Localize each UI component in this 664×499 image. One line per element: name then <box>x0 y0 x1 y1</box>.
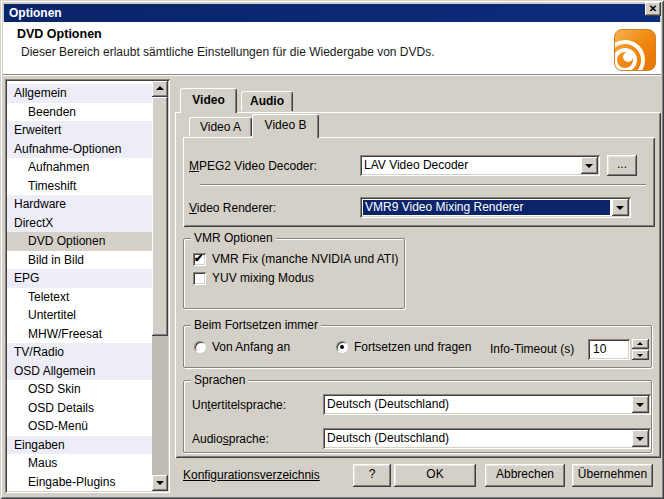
scroll-down-button[interactable] <box>152 475 168 491</box>
yuv-mixing-checkbox[interactable]: ✔ YUV mixing Modus <box>193 271 314 285</box>
subtitle-language-select[interactable]: Deutsch (Deutschland) <box>323 394 651 415</box>
close-icon: ✕ <box>649 3 657 14</box>
sidebar-scrollbar[interactable] <box>152 81 168 491</box>
radio-von-anfang-an[interactable]: Von Anfang an <box>194 340 290 354</box>
vmr-fix-checkbox[interactable]: ✔ VMR Fix (manche NVIDIA und ATI) <box>193 252 399 266</box>
sidebar-item-aufnahmen[interactable]: Aufnahmen <box>7 158 152 177</box>
sidebar-item-label: EPG <box>14 271 39 285</box>
dropdown-arrow-icon <box>585 164 593 168</box>
languages-group: Sprachen Untertitelsprache: Deutsch (Deu… <box>183 380 652 453</box>
subtitle-language-dropdown-button[interactable] <box>632 396 649 413</box>
ok-button[interactable]: OK <box>394 464 476 487</box>
sidebar-item-osd-allgemein[interactable]: OSD Allgemein <box>7 362 152 381</box>
video-renderer-dropdown-button[interactable] <box>612 199 629 216</box>
sidebar-item-directx[interactable]: DirectX <box>7 214 152 233</box>
spin-up-icon <box>637 342 643 345</box>
sidebar-item-maus[interactable]: Maus <box>7 454 152 473</box>
scroll-up-button[interactable] <box>152 81 168 97</box>
sidebar-item-label: Bild in Bild <box>28 253 84 267</box>
apply-button[interactable]: Übernehmen <box>572 464 653 487</box>
info-timeout-value: 10 <box>593 342 606 356</box>
mpeg2-decoder-select[interactable]: LAV Video Decoder <box>360 155 600 176</box>
sidebar-item-erweitert[interactable]: Erweitert <box>7 121 152 140</box>
header: DVD Optionen Dieser Bereich erlaubt sämt… <box>3 22 661 75</box>
ok-button-label: OK <box>426 467 443 481</box>
sidebar-item-dvd-optionen[interactable]: DVD Optionen <box>7 232 152 251</box>
mpeg2-decoder-dropdown-button[interactable] <box>581 157 598 174</box>
sidebar-item-label: TV/Radio <box>14 345 64 359</box>
radio-fortsetzen-und-fragen[interactable]: Fortsetzen und fragen <box>336 340 471 354</box>
tab-video-a-label: Video A <box>200 120 241 134</box>
sidebar-item-epg[interactable]: EPG <box>7 269 152 288</box>
sidebar-item-timeshift[interactable]: Timeshift <box>7 177 152 196</box>
mpeg2-decoder-value: LAV Video Decoder <box>364 158 579 173</box>
tab-video[interactable]: Video <box>180 88 237 113</box>
sidebar-item-mhw-freesat[interactable]: MHW/Freesat <box>7 325 152 344</box>
sidebar-item-label: Erweitert <box>14 123 61 137</box>
info-timeout-label: Info-Timeout (s) <box>490 342 574 356</box>
sidebar-item-allgemein[interactable]: Allgemein <box>7 84 152 103</box>
cancel-button[interactable]: Abbrechen <box>485 464 565 487</box>
tab-audio[interactable]: Audio <box>241 91 293 111</box>
audio-language-dropdown-button[interactable] <box>632 430 649 447</box>
sidebar-item-label: Beenden <box>28 105 76 119</box>
tab-video-b[interactable]: Video B <box>252 114 319 138</box>
radio-circle <box>194 341 206 353</box>
sidebar-item-label: Eingabe-Plugins <box>28 475 115 489</box>
info-timeout-input[interactable]: 10 <box>588 339 630 360</box>
subtitle-language-value: Deutsch (Deutschland) <box>327 397 630 412</box>
resume-group: Beim Fortsetzen immer Von Anfang an Fort… <box>183 325 652 368</box>
apply-button-label: Übernehmen <box>578 467 647 481</box>
tab-video-label: Video <box>192 93 224 107</box>
config-directory-link[interactable]: Konfigurationsverzeichnis <box>183 468 320 482</box>
checkbox-box: ✔ <box>193 272 206 285</box>
sidebar-item-label: Hardware <box>14 197 66 211</box>
dropdown-arrow-icon <box>636 437 644 441</box>
sidebar-item-label: Maus <box>28 456 57 470</box>
mpeg2-decoder-label: MPEG2 Video Decoder: <box>189 159 317 173</box>
spin-down-button[interactable] <box>632 350 649 360</box>
sidebar-item-beenden[interactable]: Beenden <box>7 103 152 122</box>
sidebar-item-aufnahme-optionen[interactable]: Aufnahme-Optionen <box>7 140 152 159</box>
sidebar-item-osd-menü[interactable]: OSD-Menü <box>7 417 152 436</box>
sidebar-item-teletext[interactable]: Teletext <box>7 288 152 307</box>
video-renderer-select[interactable]: VMR9 Video Mixing Renderer <box>360 197 631 218</box>
radio-von-anfang-an-label: Von Anfang an <box>212 340 290 354</box>
cancel-button-label: Abbrechen <box>496 467 554 481</box>
sidebar-item-bild-in-bild[interactable]: Bild in Bild <box>7 251 152 270</box>
sidebar-list: AllgemeinBeendenErweitertAufnahme-Option… <box>7 84 152 491</box>
window-title: Optionen <box>4 6 62 20</box>
subtitle-language-label: Untertitelsprache: <box>192 398 286 412</box>
tab-video-a[interactable]: Video A <box>189 117 252 136</box>
scroll-thumb[interactable] <box>152 97 168 336</box>
sidebar-item-hardware[interactable]: Hardware <box>7 195 152 214</box>
scroll-up-icon <box>156 86 164 90</box>
checkmark-icon: ✔ <box>194 252 203 265</box>
scroll-down-icon <box>156 481 164 485</box>
spin-down-icon <box>637 354 643 357</box>
radio-circle <box>336 341 348 353</box>
sidebar-item-osd-details[interactable]: OSD Details <box>7 399 152 418</box>
browse-decoder-button[interactable]: ... <box>607 155 637 176</box>
page-description: Dieser Bereich erlaubt sämtliche Einstel… <box>21 45 435 59</box>
titlebar: Optionen <box>4 4 660 22</box>
close-button[interactable]: ✕ <box>645 2 661 16</box>
vmr-fix-label: VMR Fix (manche NVIDIA und ATI) <box>212 252 399 266</box>
sidebar-item-osd-skin[interactable]: OSD Skin <box>7 380 152 399</box>
sidebar-item-tv-radio[interactable]: TV/Radio <box>7 343 152 362</box>
page-title: DVD Optionen <box>17 27 102 41</box>
sidebar-item-eingabe-plugins[interactable]: Eingabe-Plugins <box>7 473 152 492</box>
audio-language-select[interactable]: Deutsch (Deutschland) <box>323 428 651 449</box>
sidebar-item-eingaben[interactable]: Eingaben <box>7 436 152 455</box>
sidebar-item-label: DirectX <box>14 216 53 230</box>
sidebar-item-label: Timeshift <box>28 179 76 193</box>
sidebar-item-label: Allgemein <box>14 86 67 100</box>
sidebar-item-untertitel[interactable]: Untertitel <box>7 306 152 325</box>
browse-decoder-label: ... <box>617 157 627 171</box>
help-button[interactable]: ? <box>353 464 391 487</box>
tab-video-b-label: Video B <box>265 118 307 132</box>
logo-dot <box>623 52 633 62</box>
video-renderer-value: VMR9 Video Mixing Renderer <box>363 200 610 215</box>
checkbox-box: ✔ <box>193 253 206 266</box>
spin-up-button[interactable] <box>632 339 649 349</box>
